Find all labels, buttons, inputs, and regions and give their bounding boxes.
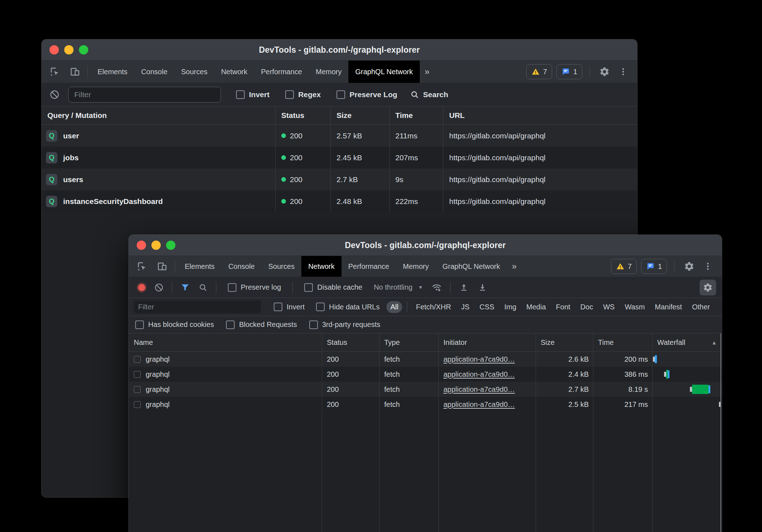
regex-checkbox[interactable]: [285, 90, 294, 99]
title-bar[interactable]: DevTools - gitlab.com/-/graphql-explorer: [129, 235, 722, 256]
row-checkbox[interactable]: [134, 401, 141, 408]
filter-chip-other[interactable]: Other: [688, 301, 714, 313]
preserve-log-option[interactable]: Preserve Log: [337, 90, 397, 99]
initiator-link[interactable]: application-a7ca9d0…: [443, 385, 515, 394]
request-row[interactable]: graphql 200 fetch application-a7ca9d0… 2…: [129, 382, 722, 397]
preserve-log-checkbox[interactable]: [337, 90, 345, 99]
minimize-button[interactable]: [151, 241, 161, 250]
hide-data-urls-checkbox[interactable]: [316, 303, 325, 311]
messages-badge[interactable]: 1: [556, 64, 582, 79]
filter-chip-img[interactable]: Img: [500, 301, 520, 313]
tab-performance[interactable]: Performance: [254, 61, 309, 83]
throttling-select[interactable]: No throttling ▼: [374, 283, 423, 291]
tab-console[interactable]: Console: [221, 256, 261, 277]
row-checkbox[interactable]: [134, 356, 141, 363]
column-header-initiator[interactable]: Initiator: [438, 333, 536, 351]
row-checkbox[interactable]: [134, 371, 141, 378]
hide-data-urls-option[interactable]: Hide data URLs: [316, 303, 380, 311]
filter-chip-ws[interactable]: WS: [599, 301, 618, 313]
filter-chip-wasm[interactable]: Wasm: [621, 301, 649, 313]
zoom-button[interactable]: [166, 241, 175, 250]
filter-chip-font[interactable]: Font: [552, 301, 574, 313]
device-toolbar-button[interactable]: [155, 261, 170, 272]
preserve-log-option[interactable]: Preserve log: [228, 283, 281, 292]
filter-toggle-button[interactable]: [177, 283, 193, 292]
column-header-name[interactable]: Name: [129, 333, 322, 351]
invert-option[interactable]: Invert: [236, 90, 269, 99]
invert-option[interactable]: Invert: [274, 303, 305, 311]
row-checkbox[interactable]: [134, 386, 141, 393]
inspect-element-button[interactable]: [47, 66, 62, 77]
network-conditions-button[interactable]: [428, 282, 445, 293]
device-toolbar-button[interactable]: [67, 66, 83, 77]
tab-sources[interactable]: Sources: [174, 61, 214, 83]
filter-chip-all[interactable]: All: [386, 301, 402, 313]
import-har-button[interactable]: [456, 282, 472, 293]
messages-badge[interactable]: 1: [641, 259, 667, 274]
tab-graphql-network[interactable]: GraphQL Network: [348, 61, 419, 83]
export-har-button[interactable]: [474, 282, 491, 293]
inspect-element-button[interactable]: [135, 261, 150, 272]
menu-button[interactable]: [701, 262, 715, 271]
more-tabs-button[interactable]: »: [420, 61, 434, 83]
network-settings-button[interactable]: [700, 280, 716, 295]
invert-checkbox[interactable]: [236, 90, 245, 99]
disable-cache-option[interactable]: Disable cache: [304, 283, 362, 292]
minimize-button[interactable]: [64, 45, 74, 54]
filter-chip-manifest[interactable]: Manifest: [651, 301, 686, 313]
title-bar[interactable]: DevTools - gitlab.com/-/graphql-explorer: [42, 39, 637, 61]
search-panel-button[interactable]: [195, 283, 211, 292]
tab-elements[interactable]: Elements: [178, 256, 221, 277]
clear-button[interactable]: [47, 90, 62, 100]
filter-input[interactable]: [68, 87, 221, 103]
filter-chip-media[interactable]: Media: [522, 301, 550, 313]
record-button[interactable]: [138, 284, 145, 291]
preserve-log-checkbox[interactable]: [228, 283, 236, 292]
tab-elements[interactable]: Elements: [91, 61, 134, 83]
settings-button[interactable]: [682, 261, 697, 272]
third-party-requests-checkbox[interactable]: [309, 320, 318, 329]
request-row[interactable]: graphql 200 fetch application-a7ca9d0… 2…: [129, 397, 722, 412]
filter-chip-css[interactable]: CSS: [476, 301, 498, 313]
request-row[interactable]: Qusers 200 2.7 kB 9s https://gitlab.com/…: [42, 168, 637, 190]
close-button[interactable]: [50, 45, 59, 54]
request-row[interactable]: graphql 200 fetch application-a7ca9d0… 2…: [129, 367, 722, 382]
filter-chip-doc[interactable]: Doc: [577, 301, 597, 313]
initiator-link[interactable]: application-a7ca9d0…: [443, 355, 515, 364]
request-row[interactable]: Qjobs 200 2.45 kB 207ms https://gitlab.c…: [42, 147, 637, 168]
filter-chip-fetch-xhr[interactable]: Fetch/XHR: [412, 301, 455, 313]
search-toggle[interactable]: Search: [410, 90, 448, 99]
invert-checkbox[interactable]: [274, 303, 282, 311]
zoom-button[interactable]: [79, 45, 88, 54]
menu-button[interactable]: [616, 67, 630, 76]
request-row[interactable]: graphql 200 fetch application-a7ca9d0… 2…: [129, 352, 722, 367]
filter-chip-js[interactable]: JS: [457, 301, 473, 313]
settings-button[interactable]: [597, 66, 612, 77]
regex-option[interactable]: Regex: [285, 90, 321, 99]
tab-sources[interactable]: Sources: [262, 256, 301, 277]
has-blocked-cookies-option[interactable]: Has blocked cookies: [135, 320, 214, 329]
warnings-badge[interactable]: 7: [611, 259, 637, 274]
more-tabs-button[interactable]: »: [507, 256, 522, 277]
tab-console[interactable]: Console: [134, 61, 174, 83]
column-header-time[interactable]: Time: [593, 333, 652, 351]
request-row[interactable]: QinstanceSecurityDashboard 200 2.48 kB 2…: [42, 190, 637, 212]
has-blocked-cookies-checkbox[interactable]: [135, 320, 144, 329]
tab-network[interactable]: Network: [214, 61, 254, 83]
column-header-size[interactable]: Size: [536, 333, 593, 351]
warnings-badge[interactable]: 7: [526, 64, 552, 79]
network-filter-input[interactable]: [134, 300, 261, 313]
tab-memory[interactable]: Memory: [309, 61, 348, 83]
tab-network[interactable]: Network: [301, 256, 341, 277]
initiator-link[interactable]: application-a7ca9d0…: [443, 400, 515, 409]
disable-cache-checkbox[interactable]: [304, 283, 313, 292]
clear-button[interactable]: [151, 283, 167, 292]
column-header-type[interactable]: Type: [379, 333, 438, 351]
request-row[interactable]: Quser 200 2.57 kB 211ms https://gitlab.c…: [42, 125, 637, 147]
tab-performance[interactable]: Performance: [342, 256, 396, 277]
close-button[interactable]: [137, 241, 146, 250]
tab-memory[interactable]: Memory: [396, 256, 436, 277]
blocked-requests-option[interactable]: Blocked Requests: [226, 320, 297, 329]
initiator-link[interactable]: application-a7ca9d0…: [443, 370, 515, 379]
tab-graphql-network[interactable]: GraphQL Network: [436, 256, 507, 277]
